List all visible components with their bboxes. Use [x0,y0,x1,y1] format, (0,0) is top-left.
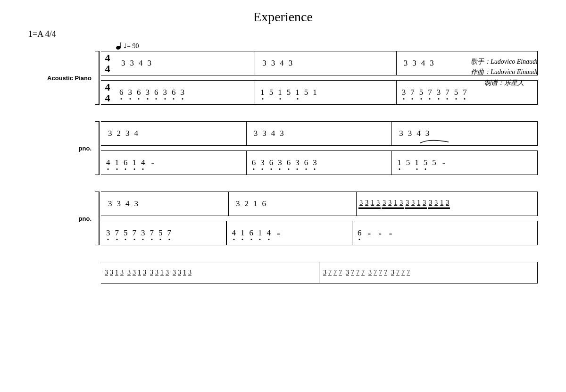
upper-staff-row2: 3 2 3 4 3 3 4 3 [101,121,538,146]
lower2-m2: 6 3 6 3 6 3 6 3 [247,158,391,167]
note: 1 [370,199,375,207]
note-dash: - [439,158,449,168]
note: 6 [247,228,256,238]
note: 3 [410,199,416,207]
page: Experience 歌手：Ludovico Einaudi 作曲：Ludovi… [0,0,566,302]
note: 7 [355,269,360,276]
note: 5 [452,88,461,97]
note: 2 [115,129,124,138]
note-dash: - [385,228,396,239]
note: 3 [251,129,260,138]
note: 4 [139,158,148,167]
note: 1 [416,199,421,207]
upper3-m3: 3 3 1 3 3 3 [357,199,537,209]
pno-label-row3: pno. [28,192,94,245]
note: 4 [269,129,278,138]
barline [537,192,538,216]
note: 3 [132,199,141,209]
note: 3 [165,269,170,276]
note: 6 [302,158,311,167]
note: 3 [126,269,132,276]
note: 3 [400,88,408,97]
note: 6 [134,88,143,97]
note: 3 [233,199,242,209]
barline [537,122,538,145]
note: 1 [393,199,398,207]
note: 3 [260,58,269,68]
staves: 4 4 3 3 4 3 3 3 4 [101,51,538,105]
note: 3 [423,129,432,138]
note: 4 [277,58,286,68]
bracket-svg-row3 [94,192,101,245]
note: 3 [401,58,410,68]
note: 3 [126,88,135,97]
barline [537,151,538,175]
beam-group4: 3 3 1 3 [428,199,450,209]
note: 7 [406,269,411,276]
bracket-row3 [94,192,101,245]
svg-point-0 [116,45,121,50]
note: 3 [178,88,187,97]
row3: pno. 3 3 4 3 [28,192,538,245]
lower-staff-row3: 3 7 5 7 3 7 5 7 4 1 6 1 [101,221,538,245]
note: 5 [284,88,293,97]
beam-group1: 3 3 1 3 [358,199,381,209]
note: 5 [421,158,430,167]
tempo-value: ♩= 90 [124,42,139,50]
note: 7 [333,269,338,276]
upper-staff-row4: 3 3 1 3 3 3 1 3 3 3 1 3 3 3 1 [101,262,538,284]
note-dash: - [148,158,158,168]
page-title: Experience [28,9,538,25]
note: 3 [310,158,319,167]
note: 2 [242,199,251,209]
note: 7 [383,269,388,276]
note: 1 [114,269,119,276]
note: 3 [382,199,387,207]
time-sig-upper: 4 4 [101,52,114,74]
note: 1 [137,269,142,276]
note: 3 [387,199,392,207]
lower3-m3: 6 - - - [352,228,537,239]
note: 7 [443,88,452,97]
note: 3 [104,228,113,238]
title-area: Experience [28,9,538,25]
note: 7 [373,269,378,276]
note: 7 [400,269,406,276]
note: 3 [428,199,433,207]
note: 6 [260,199,269,209]
note-dash: - [273,228,284,239]
note: 3 [128,58,137,68]
note: 1 [439,199,444,207]
row1: ♩= 90 Acoustic Piano 4 4 [28,42,538,105]
note: 3 [406,129,415,138]
upper3-m2: 3 2 1 6 [229,199,356,209]
note: 7 [130,228,139,238]
note: 3 [123,129,132,138]
lower-staff-row2: 4 1 6 1 4 - 6 3 6 3 6 3 [101,150,538,175]
note: 7 [148,228,157,238]
note: 3 [177,269,182,276]
upper-staff-row1: 4 4 3 3 4 3 3 3 4 [101,51,538,75]
note: 6 [169,88,178,97]
label-spacer [28,262,94,288]
upper3-m1: 3 3 4 3 [101,199,228,209]
row4: 3 3 1 3 3 3 1 3 3 3 1 3 3 3 1 [28,262,538,288]
lower3-m1: 3 7 5 7 3 7 5 7 [101,228,226,238]
note: 4 [136,58,145,68]
note: 7 [327,269,333,276]
staves-row3: 3 3 4 3 3 2 1 6 [101,192,538,245]
note: 7 [460,88,469,97]
staves-row4: 3 3 1 3 3 3 1 3 3 3 1 3 3 3 1 [101,262,538,288]
note: 5 [267,88,276,97]
note: 1 [159,269,165,276]
staves-row2: 3 2 3 4 3 3 4 3 [101,121,538,175]
note: 3 [115,199,124,209]
note: 3 [143,88,152,97]
note: 1 [293,88,302,97]
note: 7 [395,269,400,276]
note: 3 [427,58,436,68]
note: 3 [269,58,278,68]
row3-staff: pno. 3 3 4 3 [28,192,538,245]
note: 3 [258,158,267,167]
note: 3 [139,228,148,238]
